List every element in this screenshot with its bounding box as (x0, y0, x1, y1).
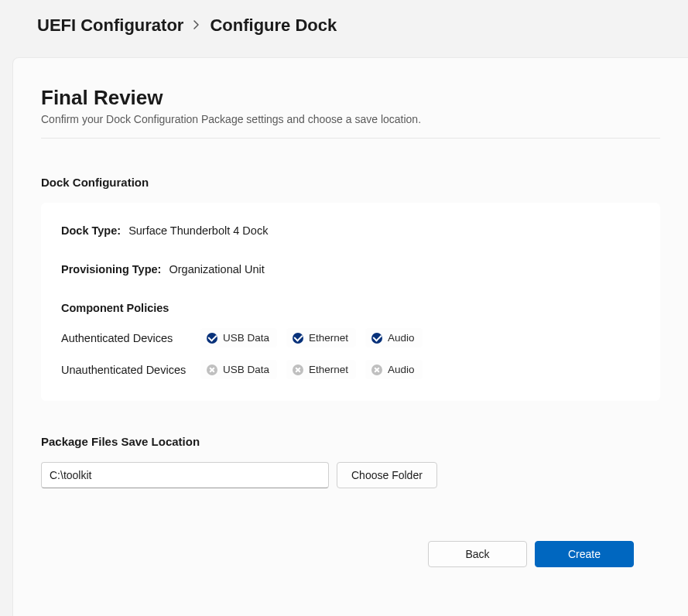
dock-configuration-section: Dock Configuration Dock Type: Surface Th… (41, 176, 660, 401)
save-path-input[interactable] (41, 462, 329, 488)
dock-config-card: Dock Type: Surface Thunderbolt 4 Dock Pr… (41, 203, 660, 401)
x-circle-icon (371, 364, 382, 375)
status-badge: Ethernet (286, 328, 356, 347)
dock-type-row: Dock Type: Surface Thunderbolt 4 Dock (61, 224, 640, 237)
checkmark-circle-icon (207, 333, 217, 344)
badge-label: USB Data (223, 364, 269, 375)
status-badge: Audio (365, 328, 423, 347)
dock-type-label: Dock Type: (61, 224, 121, 237)
status-badge: Ethernet (286, 360, 356, 379)
breadcrumb-current: Configure Dock (210, 15, 337, 36)
checkmark-circle-icon (293, 333, 303, 344)
status-badge: USB Data (200, 328, 277, 347)
save-location-heading: Package Files Save Location (41, 435, 660, 448)
checkmark-circle-icon (371, 333, 382, 344)
provisioning-type-value: Organizational Unit (169, 263, 264, 275)
badge-label: Audio (388, 364, 415, 375)
main-panel: Final Review Confirm your Dock Configura… (12, 57, 688, 616)
dock-type-value: Surface Thunderbolt 4 Dock (128, 224, 268, 237)
save-location-section: Package Files Save Location Choose Folde… (41, 435, 660, 488)
provisioning-type-row: Provisioning Type: Organizational Unit (61, 263, 640, 275)
status-badge: Audio (365, 360, 423, 379)
badge-label: USB Data (223, 332, 269, 344)
policy-row-unauthenticated: Unauthenticated Devices USB Data Etherne… (61, 360, 640, 379)
page-title: Final Review (41, 86, 660, 110)
back-button[interactable]: Back (428, 541, 527, 567)
badge-label: Ethernet (309, 364, 348, 375)
footer-actions: Back Create (41, 541, 660, 567)
badge-label: Ethernet (309, 332, 348, 344)
x-circle-icon (207, 364, 217, 375)
choose-folder-button[interactable]: Choose Folder (337, 462, 437, 488)
create-button[interactable]: Create (535, 541, 634, 567)
policy-row-authenticated: Authenticated Devices USB Data Ethernet … (61, 328, 640, 347)
policy-badges-authenticated: USB Data Ethernet Audio (200, 328, 423, 347)
divider (41, 138, 660, 139)
status-badge: USB Data (200, 360, 277, 379)
badge-label: Audio (388, 332, 415, 344)
policy-label-authenticated: Authenticated Devices (61, 332, 200, 344)
provisioning-type-label: Provisioning Type: (61, 263, 161, 275)
x-circle-icon (293, 364, 303, 375)
component-policies-heading: Component Policies (61, 302, 640, 314)
page-subtitle: Confirm your Dock Configuration Package … (41, 113, 660, 125)
chevron-right-icon (193, 18, 200, 34)
breadcrumb: UEFI Configurator Configure Dock (0, 0, 688, 57)
save-location-row: Choose Folder (41, 462, 660, 488)
policy-label-unauthenticated: Unauthenticated Devices (61, 364, 200, 376)
dock-config-heading: Dock Configuration (41, 176, 660, 189)
breadcrumb-root[interactable]: UEFI Configurator (37, 15, 183, 36)
policy-badges-unauthenticated: USB Data Ethernet Audio (200, 360, 423, 379)
